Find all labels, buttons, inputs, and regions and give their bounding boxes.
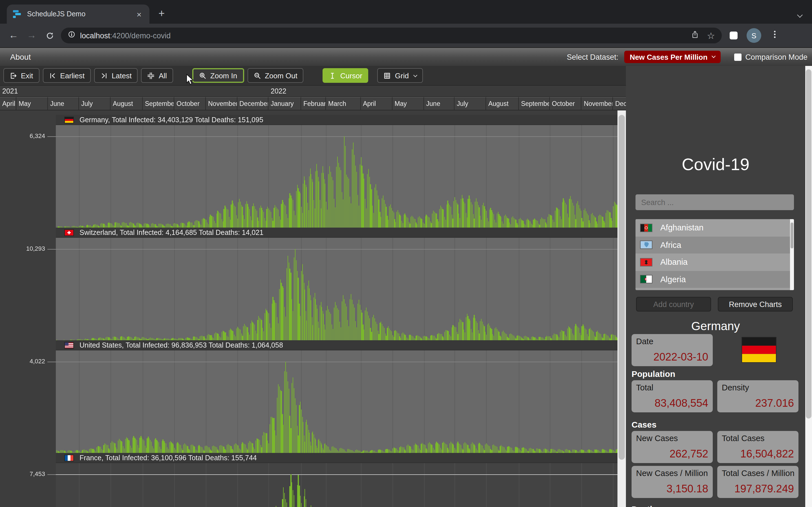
data-bar (124, 337, 125, 340)
data-bar (270, 212, 271, 228)
bookmark-star-icon[interactable]: ☆ (707, 30, 715, 41)
data-bar (97, 446, 98, 453)
data-bar (116, 337, 116, 341)
data-bar (340, 322, 340, 340)
axis-tick-dash (47, 474, 56, 474)
month-gridline (79, 125, 80, 228)
stat-value: 3,150.18 (666, 483, 708, 495)
remove-charts-button[interactable]: Remove Charts (718, 297, 793, 312)
reload-button[interactable] (41, 30, 59, 41)
data-bar (312, 433, 312, 453)
chart-row-header-germany[interactable]: Germany, Total Infected: 34,403,129 Tota… (56, 115, 617, 125)
chart-plot-switzerland[interactable] (56, 238, 617, 340)
comparison-mode-toggle[interactable]: Comparison Mode (734, 53, 808, 61)
data-bar (468, 445, 468, 453)
data-bar (519, 336, 519, 340)
data-bar (435, 443, 436, 453)
stat-label: Total Cases / Million (722, 469, 795, 478)
toolbar-button-grid[interactable]: Grid (377, 68, 423, 83)
toolbar-button-zoom-out[interactable]: Zoom Out (247, 68, 304, 83)
data-bar (266, 311, 267, 340)
dataset-select[interactable]: New Cases Per Million (624, 51, 720, 63)
data-bar (396, 448, 397, 453)
chart-row-header-france[interactable]: France, Total Infected: 36,100,596 Total… (56, 453, 617, 463)
chart-plot-france[interactable] (56, 463, 617, 507)
country-list-scrollbar[interactable] (790, 219, 794, 290)
data-bar (528, 220, 529, 228)
data-bar (403, 447, 403, 453)
comparison-checkbox[interactable] (734, 53, 741, 61)
data-bar (225, 332, 225, 340)
toolbar-button-cursor[interactable]: Cursor (323, 68, 368, 83)
data-bar (178, 338, 179, 340)
toolbar-button-earliest[interactable]: Earliest (43, 68, 91, 83)
data-bar (372, 317, 373, 340)
profile-avatar[interactable]: S (747, 28, 761, 43)
side-panel-icon[interactable] (730, 32, 738, 40)
data-bar (160, 449, 161, 453)
data-bar (282, 499, 283, 507)
page-scrollbar-thumb[interactable] (806, 69, 811, 418)
data-bar (616, 449, 617, 453)
add-country-button[interactable]: Add country (636, 297, 711, 312)
country-list-item-algeria[interactable]: Algeria (636, 271, 794, 288)
data-bar (202, 336, 202, 340)
data-bar (595, 337, 596, 340)
data-bar (198, 221, 198, 228)
new-tab-button[interactable]: + (158, 7, 165, 20)
data-bar (576, 203, 577, 228)
data-bar (210, 215, 211, 228)
data-bar (422, 443, 422, 453)
data-bar (311, 445, 312, 453)
data-bar (112, 441, 112, 453)
chart-plot-united-states[interactable] (56, 350, 617, 453)
country-list-scrollbar-thumb[interactable] (791, 223, 794, 248)
data-bar (545, 448, 545, 453)
data-bar (501, 445, 502, 453)
selected-country-flag (742, 337, 776, 363)
browser-tab[interactable]: ScheduleJS Demo × (7, 4, 149, 24)
page-scrollbar[interactable] (805, 66, 812, 507)
menu-about[interactable]: About (10, 52, 31, 61)
chart-row-header-united-states[interactable]: United States, Total Infected: 96,836,95… (56, 340, 617, 350)
data-bar (189, 338, 189, 340)
back-button[interactable]: ← (4, 30, 22, 41)
country-list-item-andorra[interactable]: Andorra (636, 288, 794, 290)
data-bar (411, 335, 411, 340)
url-omnibox[interactable]: localhost:4200/demo-covid ☆ (61, 27, 722, 43)
country-list[interactable]: AfghanistanAfricaAlbaniaAlgeriaAndorra (636, 219, 794, 290)
date-card[interactable]: Date 2022-03-10 (631, 334, 713, 366)
toolbar-button-exit[interactable]: Exit (3, 68, 39, 83)
data-bar (262, 435, 263, 453)
chart-scrollbar-thumb[interactable] (619, 115, 625, 460)
country-list-item-afghanistan[interactable]: Afghanistan (636, 219, 794, 236)
data-bar (302, 213, 303, 228)
country-list-item-africa[interactable]: Africa (636, 236, 794, 253)
tab-close-icon[interactable]: × (134, 10, 144, 18)
data-bar (503, 331, 504, 340)
country-list-item-albania[interactable]: Albania (636, 253, 794, 271)
browser-menu-icon[interactable] (770, 30, 779, 41)
data-bar (546, 224, 547, 228)
data-bar (571, 329, 572, 340)
toolbar-button-all[interactable]: All (141, 68, 173, 83)
tab-search-icon[interactable] (798, 9, 803, 14)
chart-row-header-switzerland[interactable]: Switzerland, Total Infected: 4,164,685 T… (56, 228, 617, 238)
data-bar (411, 217, 411, 228)
toolbar-button-zoom-in[interactable]: Zoom In (192, 68, 244, 83)
timeline-month: July (79, 97, 110, 110)
chart-region[interactable]: Germany, Total Infected: 34,403,129 Tota… (0, 110, 626, 507)
search-input[interactable] (636, 194, 794, 210)
data-bar (278, 323, 279, 340)
data-bar (310, 441, 310, 453)
data-bar (115, 223, 116, 228)
data-bar (451, 215, 452, 228)
share-icon[interactable] (691, 30, 699, 41)
data-bar (282, 200, 283, 228)
chart-scrollbar[interactable] (617, 110, 626, 507)
data-bar (521, 219, 521, 228)
chart-plot-germany[interactable] (56, 125, 617, 228)
toolbar-button-latest[interactable]: Latest (94, 68, 138, 83)
site-info-icon[interactable] (68, 31, 75, 41)
forward-button[interactable]: → (22, 30, 41, 41)
